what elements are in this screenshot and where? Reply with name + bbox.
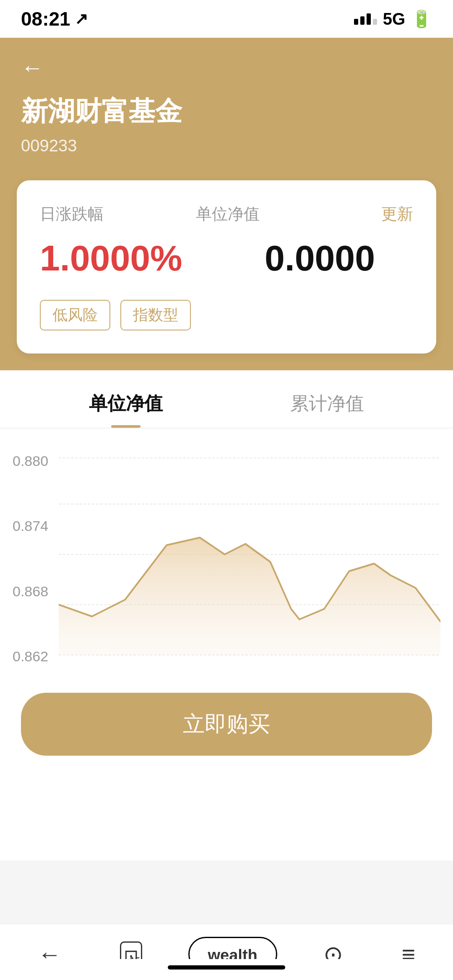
nav-value: 0.0000 xyxy=(226,237,413,279)
time-display: 08:21 xyxy=(21,8,70,30)
y-label-3: 0.874 xyxy=(13,519,48,533)
y-label-1: 0.862 xyxy=(13,649,48,663)
home-indicator xyxy=(0,959,453,980)
tag-row: 低风险 指数型 xyxy=(40,300,413,330)
y-axis: 0.880 0.874 0.868 0.862 xyxy=(13,454,48,663)
refresh-button[interactable]: 更新 xyxy=(381,203,413,225)
fund-code: 009233 xyxy=(21,136,432,155)
daily-change-label: 日涨跌幅 xyxy=(40,203,104,225)
tab-cumulative-nav[interactable]: 累计净值 xyxy=(226,391,428,428)
info-card: 日涨跌幅 单位净值 更新 1.0000% 0.0000 低风险 指数型 xyxy=(17,180,436,354)
bar4 xyxy=(373,19,377,25)
y-label-4: 0.880 xyxy=(13,454,48,468)
fund-name: 新湖财富基金 xyxy=(21,93,432,130)
home-bar xyxy=(168,965,285,970)
bar1 xyxy=(354,19,358,25)
tabs: 单位净值 累计净值 xyxy=(0,391,453,429)
chart-area: 0.880 0.874 0.868 0.862 xyxy=(0,454,453,680)
y-label-2: 0.868 xyxy=(13,584,48,598)
tab-unit-nav[interactable]: 单位净值 xyxy=(25,391,226,428)
back-button[interactable]: ← xyxy=(21,55,44,81)
status-time: 08:21 ↗ xyxy=(21,8,88,30)
card-labels: 日涨跌幅 单位净值 xyxy=(40,203,260,225)
bar3 xyxy=(367,13,371,25)
nav-label: 单位净值 xyxy=(196,203,260,225)
location-icon: ↗ xyxy=(75,10,88,28)
chart-svg xyxy=(59,454,440,659)
main-content: 单位净值 累计净值 0.880 0.874 0.868 0.862 xyxy=(0,370,453,777)
status-bar: 08:21 ↗ 5G 🔋 xyxy=(0,0,453,38)
daily-change-value: 1.0000% xyxy=(40,237,226,279)
card-header: 日涨跌幅 单位净值 更新 xyxy=(40,203,413,225)
buy-button-wrap: 立即购买 xyxy=(0,680,453,777)
tag-low-risk: 低风险 xyxy=(40,300,110,330)
buy-button[interactable]: 立即购买 xyxy=(21,693,432,756)
chart-inner xyxy=(59,454,440,663)
battery-icon: 🔋 xyxy=(411,9,432,29)
signal-bars xyxy=(354,13,377,25)
network-type: 5G xyxy=(383,10,405,29)
bar2 xyxy=(360,16,364,25)
tag-index-type: 指数型 xyxy=(120,300,191,330)
card-values: 1.0000% 0.0000 xyxy=(40,237,413,279)
status-icons: 5G 🔋 xyxy=(354,9,432,29)
